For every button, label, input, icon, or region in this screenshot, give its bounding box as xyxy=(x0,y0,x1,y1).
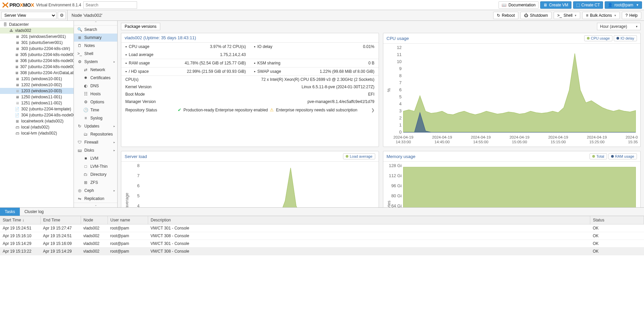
menu-ceph[interactable]: ◎Ceph▸ xyxy=(74,187,117,195)
log-tab-cluster-log[interactable]: Cluster log xyxy=(20,208,48,216)
tree-item[interactable]: 🖥1203 (windows10-003) xyxy=(0,88,74,94)
dns-icon: ◐ xyxy=(83,84,88,88)
tree-item-label: 304 (ubuntu-2204-k8s-node001) xyxy=(21,113,74,117)
tree-item[interactable]: 🗄Datacenter xyxy=(0,21,74,28)
tree-item[interactable]: 🖥1251 (windows11-002) xyxy=(0,100,74,106)
table-row[interactable]: Apr 19 15:14:29Apr 19 15:16:09vlads002ro… xyxy=(0,240,644,248)
column-header[interactable]: Start Time ↓ xyxy=(0,216,40,224)
menu-lvm[interactable]: ■LVM xyxy=(74,154,117,162)
menu-zfs[interactable]: ⊞ZFS xyxy=(74,178,117,187)
svg-text:7: 7 xyxy=(137,173,139,178)
tree-item[interactable]: 🖧vlads002 xyxy=(0,28,74,34)
main-area: 🗄Datacenter🖧vlads002🖥201 (windowsServer0… xyxy=(0,21,644,207)
tree-item[interactable]: 🖥306 (ubuntu-2204-k8s-node003) xyxy=(0,58,74,64)
tree-item[interactable]: 🖥1250 (windows11-001) xyxy=(0,94,74,100)
menu-label: Replication xyxy=(84,196,104,201)
legend-dot-icon xyxy=(616,37,619,40)
vm-icon: 🖥 xyxy=(15,41,19,45)
column-header[interactable]: End Time xyxy=(40,216,81,224)
menu-replication[interactable]: ⇋Replication xyxy=(74,195,117,203)
menu-network[interactable]: ⇄Network xyxy=(74,66,117,74)
resource-tree[interactable]: 🗄Datacenter🖧vlads002🖥201 (windowsServer0… xyxy=(0,21,74,207)
tree-item[interactable]: 🖥307 (ubuntu-2204-k8s-node004) xyxy=(0,64,74,70)
svg-text:10: 10 xyxy=(397,59,401,64)
tree-settings-button[interactable]: ⚙ xyxy=(58,12,66,19)
net-icon: ⊞ xyxy=(15,119,19,123)
toolbar-row: Server View ⚙ Node 'vlads002' ↻Reboot ⏻S… xyxy=(0,10,644,21)
tree-item[interactable]: 🖥201 (windowsServer001) xyxy=(0,34,74,40)
table-row[interactable]: Apr 19 15:24:51Apr 19 15:27:47vlads002ro… xyxy=(0,224,644,232)
menu-time[interactable]: 🕒Time xyxy=(74,106,117,114)
menu-firewall[interactable]: 🛡Firewall▸ xyxy=(74,138,117,146)
menu-dns[interactable]: ◐DNS xyxy=(74,82,117,90)
column-header[interactable]: Node xyxy=(81,216,108,224)
menu-system[interactable]: ⚙System▸ xyxy=(74,58,117,66)
svg-text:112 Gi: 112 Gi xyxy=(389,173,401,178)
ksm-icon: ▪ xyxy=(254,61,255,65)
repl-icon: ⇋ xyxy=(77,196,82,201)
status-label: SWAP usage xyxy=(257,69,281,74)
help-button[interactable]: ?Help xyxy=(622,12,641,19)
svg-text:0: 0 xyxy=(399,130,401,135)
menu-repositories[interactable]: 🗂Repositories xyxy=(74,130,117,138)
menu-label: Summary xyxy=(84,35,101,40)
menu-shell[interactable]: >_Shell xyxy=(74,50,117,58)
tree-item[interactable]: 🖥1202 (windows10-002) xyxy=(0,82,74,88)
reboot-button[interactable]: ↻Reboot xyxy=(493,12,519,19)
documentation-button[interactable]: 📖Documentation xyxy=(499,1,539,9)
menu-directory[interactable]: 🗀Directory xyxy=(74,170,117,178)
tree-item[interactable]: 🖥301 (ubuntuServer001) xyxy=(0,40,74,46)
swap-icon: ▪ xyxy=(254,69,255,74)
tree-item[interactable]: 🖥303 (ubuntu-2204-k8s-ctrlr) xyxy=(0,46,74,52)
column-header[interactable]: Description xyxy=(148,216,590,224)
view-mode-select[interactable]: Server View xyxy=(1,12,56,19)
shutdown-button[interactable]: ⏻Shutdown xyxy=(520,12,551,19)
table-row[interactable]: Apr 19 15:13:22Apr 19 15:14:29vlads002ro… xyxy=(0,248,644,255)
menu-expand-toggle[interactable]: ⌄ xyxy=(74,203,117,207)
shell-button[interactable]: >_Shell▾ xyxy=(554,12,580,19)
menu-collapse-toggle[interactable]: ⌃ xyxy=(74,21,117,25)
tree-item[interactable]: 🗃local (vlads002) xyxy=(0,124,74,130)
bulk-actions-button[interactable]: ≡Bulk Actions▾ xyxy=(582,12,619,19)
menu-label: Hosts xyxy=(90,92,101,96)
column-header[interactable]: Status xyxy=(590,216,644,224)
tree-item[interactable]: 📄302 (ubuntu-2204-template) xyxy=(0,106,74,112)
time-range-select[interactable]: Hour (average)▾ xyxy=(597,23,641,30)
column-header[interactable]: User name xyxy=(108,216,148,224)
menu-lvm-thin[interactable]: □LVM-Thin xyxy=(74,162,117,170)
server-icon: 🗄 xyxy=(3,22,7,27)
chevron-right-icon[interactable]: ❯ xyxy=(371,108,375,112)
mem-chart-title: Memory usage xyxy=(387,154,416,159)
global-search[interactable] xyxy=(83,1,137,9)
user-menu-button[interactable]: 👤root@pam▼ xyxy=(605,1,642,9)
tree-item[interactable]: 🖥308 (ubuntu-2204-ArcDataLabs) xyxy=(0,70,74,76)
create-vm-button[interactable]: 🖥Create VM xyxy=(540,1,571,9)
menu-syslog[interactable]: ≡Syslog xyxy=(74,114,117,122)
menu-disks[interactable]: 🖴Disks▸ xyxy=(74,146,117,154)
menu-summary[interactable]: ≣Summary xyxy=(74,34,117,42)
menu-options[interactable]: ⚙Options xyxy=(74,98,117,106)
menu-search[interactable]: 🔍Search xyxy=(74,25,117,34)
task-table: Start Time ↓End TimeNodeUser nameDescrip… xyxy=(0,216,644,255)
menu-certificates[interactable]: ✸Certificates xyxy=(74,74,117,82)
package-versions-button[interactable]: Package versions xyxy=(121,23,160,30)
tree-item[interactable]: 📄304 (ubuntu-2204-k8s-node001) xyxy=(0,112,74,118)
menu-label: LVM-Thin xyxy=(90,164,108,169)
menu-updates[interactable]: ↻Updates▸ xyxy=(74,122,117,130)
tree-item[interactable]: 🗃local-lvm (vlads002) xyxy=(0,130,74,136)
status-line: ▪RAM usage41.78% (52.54 GiB of 125.77 Gi… xyxy=(121,59,250,67)
log-tab-tasks[interactable]: Tasks xyxy=(0,208,20,216)
chevron-right-icon: ▸ xyxy=(114,60,115,63)
status-line: ▪IO delay0.01% xyxy=(250,43,379,51)
legend-dot-icon xyxy=(592,155,595,158)
tree-item[interactable]: 🖥1201 (windows10-001) xyxy=(0,76,74,82)
tree-item[interactable]: ⊞localnetwork (vlads002) xyxy=(0,118,74,124)
legend-dot-icon xyxy=(346,155,348,158)
menu-hosts[interactable]: ☷Hosts xyxy=(74,90,117,98)
tree-item[interactable]: 🖥305 (ubuntu-2204-k8s-node002) xyxy=(0,52,74,58)
search-input[interactable] xyxy=(83,1,137,9)
menu-notes[interactable]: 🗒Notes xyxy=(74,42,117,50)
create-ct-button[interactable]: ⬚Create CT xyxy=(573,1,603,9)
info-value: 72 x Intel(R) Xeon(R) CPU E5-2699 v3 @ 2… xyxy=(261,77,375,82)
table-row[interactable]: Apr 19 15:16:10Apr 19 15:24:51vlads002ro… xyxy=(0,232,644,240)
